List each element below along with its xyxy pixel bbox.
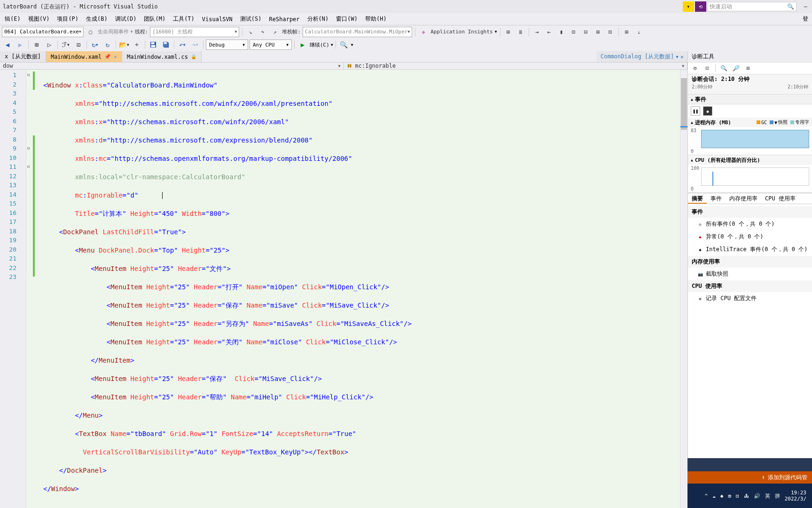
continue-button[interactable]: 继续(C) xyxy=(310,41,329,48)
ime-mode[interactable]: 拼 xyxy=(775,492,780,500)
fold-icon[interactable]: ⊟ xyxy=(27,72,30,77)
nav-type-dropdown[interactable]: dow▼ xyxy=(0,63,344,69)
step-over-icon[interactable]: ↷ xyxy=(258,27,268,37)
tab-mainwindow-cs[interactable]: MainWindow.xaml.cs 🔒 xyxy=(122,51,202,62)
format-icon[interactable]: ℱ▼ xyxy=(60,39,71,50)
menu-edit[interactable]: 辑(E) xyxy=(1,14,24,24)
row-record-cpu[interactable]: ●记录 CPU 配置文件 xyxy=(688,292,812,305)
row-intellitrace[interactable]: ◆IntelliTrace 事件(0 个，共 0 个) xyxy=(688,243,812,256)
nav-back-icon[interactable]: ◀ xyxy=(2,39,13,50)
menu-view[interactable]: 视图(V) xyxy=(24,14,54,24)
code-editor[interactable]: 1234567891011121314151617181920212223 ⊟ … xyxy=(0,70,687,508)
chevron-up-icon[interactable]: ^ xyxy=(705,493,708,499)
tab-summary[interactable]: 摘要 xyxy=(688,193,707,204)
redo-icon[interactable]: ↷▼ xyxy=(189,39,201,50)
tray-icon[interactable]: ⊞ xyxy=(728,493,731,499)
menu-team[interactable]: 团队(M) xyxy=(140,14,169,24)
tb-icon-10[interactable]: ⊞ xyxy=(622,27,632,37)
network-icon[interactable]: 🖧 xyxy=(744,493,749,499)
add-to-source-control[interactable]: 添加到源代码管 xyxy=(768,474,807,482)
restart-icon[interactable]: ↻▼ xyxy=(89,39,101,50)
onedrive-icon[interactable]: ☁ xyxy=(712,493,716,499)
insights-button[interactable]: Application Insights xyxy=(430,29,492,35)
tab-commondialog[interactable]: CommonDialog [从元数据] ▼ ✕ xyxy=(597,51,687,62)
menu-analyze[interactable]: 分析(N) xyxy=(304,14,333,24)
run-to-icon[interactable]: ▷ xyxy=(44,39,55,50)
notification-badge-icon[interactable]: ▾ xyxy=(683,1,694,12)
find-icon[interactable]: 🔍 xyxy=(338,39,350,50)
tab-memory[interactable]: 内存使用率 xyxy=(726,193,761,204)
minimize-icon[interactable]: — xyxy=(802,3,809,10)
tb-icon-4[interactable]: ⇤ xyxy=(544,27,554,37)
nav-member-dropdown[interactable]: mc:Ignorable▼ xyxy=(344,63,688,69)
tray-icon[interactable]: ⊡ xyxy=(736,493,739,499)
comment-icon[interactable]: ⊡ xyxy=(73,39,84,50)
menu-window[interactable]: 窗口(W) xyxy=(332,14,361,24)
lifecycle-button[interactable]: 生命周期事件 xyxy=(98,28,129,35)
row-snapshot[interactable]: 📷截取快照 xyxy=(688,268,812,280)
pin-icon[interactable]: 📌 xyxy=(104,54,111,60)
tb-icon-9[interactable]: ⊡ xyxy=(605,27,616,37)
pause-icon[interactable]: ❚❚ xyxy=(691,106,700,116)
nav-fwd-icon[interactable]: ▶ xyxy=(15,39,26,50)
tab-cpu[interactable]: CPU 使用率 xyxy=(761,193,799,204)
new-icon[interactable]: ＋ xyxy=(131,39,142,50)
menu-help[interactable]: 帮助(H) xyxy=(361,14,390,24)
process-dropdown[interactable]: 064] CalculatorBoard.exe▼ xyxy=(2,27,84,37)
tab-mainwindow-xaml[interactable]: MainWindow.xaml 📌 ✕ xyxy=(46,51,122,62)
tb-icon-1[interactable]: ⊞ xyxy=(503,27,514,37)
select-icon[interactable]: ⊡ xyxy=(703,64,711,72)
zoom-reset-icon[interactable]: ⊞ xyxy=(744,64,752,72)
config-dropdown[interactable]: Debug▼ xyxy=(206,40,248,50)
tb-icon-5[interactable]: ▮ xyxy=(556,27,567,37)
open-icon[interactable]: 📂▼ xyxy=(118,39,130,50)
stackframe-dropdown[interactable]: CalculatorBoard.MainWindow.MiOper▼ xyxy=(303,27,412,37)
menu-visualsvn[interactable]: VisualSVN xyxy=(198,15,236,24)
login-button[interactable]: 登 xyxy=(800,14,811,24)
tb-icon-2[interactable]: ≣ xyxy=(515,27,526,37)
assembly-icon[interactable]: ⊞ xyxy=(31,39,42,50)
lifecycle-icon[interactable]: ▢ xyxy=(86,27,96,37)
zoom-in-icon[interactable]: 🔍 xyxy=(719,64,728,72)
menu-project[interactable]: 项目(P) xyxy=(53,14,82,24)
diamond-icon[interactable]: ◆ xyxy=(703,106,712,116)
diag-cpu-header[interactable]: ▲CPU (所有处理器的百分比) xyxy=(688,155,812,165)
tb-overflow-icon[interactable]: ⇣ xyxy=(634,27,644,37)
tb-icon-6[interactable]: ⊡ xyxy=(569,27,579,37)
close-icon[interactable]: ✕ xyxy=(680,54,684,60)
quick-launch-input[interactable]: 快速启动 🔍 xyxy=(707,2,796,11)
tb-icon-7[interactable]: ⊟ xyxy=(581,27,591,37)
tb-icon-3[interactable]: ⇥ xyxy=(532,27,542,37)
save-all-icon[interactable] xyxy=(160,39,172,50)
thread-dropdown[interactable]: [16080] 主线程▼ xyxy=(150,27,239,37)
dropdown-icon[interactable]: ▼ xyxy=(676,55,678,59)
refresh-icon[interactable]: ↻ xyxy=(102,39,113,50)
platform-dropdown[interactable]: Any CPU▼ xyxy=(250,40,292,50)
menu-test[interactable]: 测试(S) xyxy=(236,14,265,24)
tb-icon-8[interactable]: ⊞ xyxy=(593,27,603,37)
menu-resharper[interactable]: ReSharper xyxy=(265,15,304,24)
close-icon[interactable]: ✕ xyxy=(114,54,117,60)
zoom-out-icon[interactable]: 🔎 xyxy=(732,64,740,72)
tab-metadata[interactable]: x [从元数据] xyxy=(0,51,46,62)
row-all-events[interactable]: ◇所有事件(0 个，共 0 个) xyxy=(688,218,812,230)
save-icon[interactable] xyxy=(148,39,159,50)
taskbar-clock[interactable]: 19:23 2022/3/ xyxy=(785,490,806,502)
diag-events-header[interactable]: ▲事件 xyxy=(688,94,812,104)
tab-events[interactable]: 事件 xyxy=(707,193,726,204)
step-out-icon[interactable]: ↗ xyxy=(270,27,280,37)
gear-icon[interactable]: ⚙ xyxy=(691,64,699,72)
menu-build[interactable]: 生成(B) xyxy=(82,14,111,24)
ime-lang[interactable]: 英 xyxy=(765,492,770,500)
editor-scrollbar[interactable] xyxy=(680,70,687,508)
tray-icon[interactable]: ◆ xyxy=(720,493,724,499)
row-exceptions[interactable]: ◆异常(0 个，共 0 个) xyxy=(688,230,812,243)
diag-memory-header[interactable]: ▲进程内存 (MB) GC ▼快照 专用字 xyxy=(688,118,812,127)
code-content[interactable]: <Window x:Class="CalculatorBoard.MainWin… xyxy=(26,70,687,508)
step-into-icon[interactable]: ↘ xyxy=(245,27,256,37)
menu-debug[interactable]: 调试(D) xyxy=(111,14,141,24)
fold-icon[interactable]: ⊟ xyxy=(27,164,30,169)
undo-icon[interactable]: ↶▼ xyxy=(177,39,188,50)
volume-icon[interactable]: 🔊 xyxy=(754,493,760,499)
feedback-icon[interactable]: ⟲ xyxy=(695,1,706,12)
